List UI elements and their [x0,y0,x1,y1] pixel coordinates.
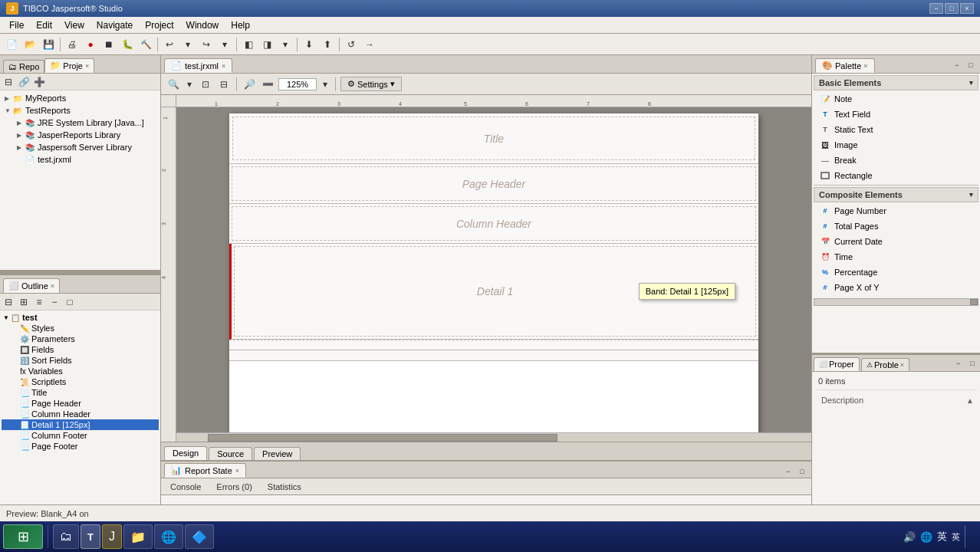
tree-item-testreports[interactable]: ▼ 📂 TestReports [2,104,159,117]
menu-navigate[interactable]: Navigate [90,18,139,32]
outline-item-page-header[interactable]: 📃 Page Header [2,398,159,409]
outline-expand-button[interactable]: ⊞ [17,295,31,309]
palette-item-current-date[interactable]: 📅 Current Date [814,234,978,249]
palette-scrollbar[interactable] [814,298,978,306]
menu-file[interactable]: File [3,18,30,32]
zoom-dropdown-button[interactable]: ▾ [184,77,195,92]
collapse-all-button[interactable]: ⊟ [2,75,15,89]
zoom-input[interactable]: 125% [278,78,317,90]
minimize-button[interactable]: − [929,3,943,14]
tree-item-jasperreports[interactable]: ▶ 📚 JasperReports Library [2,129,159,141]
tab-repo[interactable]: 🗂 Repo [3,60,44,73]
outline-item-column-footer[interactable]: 📃 Column Footer [2,430,159,441]
tree-item-jaspersoft-server[interactable]: ▶ 📚 Jaspersoft Server Library [2,141,159,153]
palette-tab-close[interactable]: × [863,62,867,70]
settings-button[interactable]: ⚙ Settings ▾ [340,77,402,91]
outline-minimize-button[interactable]: − [48,295,61,309]
redo-dropdown[interactable]: ▾ [216,36,233,53]
outline-item-sort-fields[interactable]: 🔢 Sort Fields [2,355,159,366]
tray-sound-icon[interactable]: 🔊 [903,531,916,543]
forward-button[interactable]: → [361,36,378,53]
save-button[interactable]: 💾 [40,36,57,53]
undo-dropdown[interactable]: ▾ [179,36,196,53]
taskbar-btn-jasper[interactable]: T [81,524,100,549]
menu-project[interactable]: Project [139,18,179,32]
palette-item-break[interactable]: — Break [814,153,978,168]
fit-width-button[interactable]: ⊟ [216,77,232,92]
redo-button[interactable]: ↪ [198,36,215,53]
stop-button[interactable]: ⏹ [100,36,117,53]
outline-item-page-footer[interactable]: 📃 Page Footer [2,441,159,452]
build-button[interactable]: 🔨 [137,36,154,53]
outline-collapse-button[interactable]: ⊟ [2,295,15,309]
outline-item-scriptlets[interactable]: 📜 Scriptlets [2,376,159,387]
tab-palette[interactable]: 🎨 Palette × [815,58,875,73]
props-maximize[interactable]: □ [966,357,978,370]
align-left-button[interactable]: ◧ [240,36,257,53]
palette-item-page-number[interactable]: # Page Number [814,203,978,219]
zoom-in-button[interactable]: 🔎 [242,77,257,92]
outline-tab-close[interactable]: × [51,282,54,290]
tab-console[interactable]: Console [167,481,204,493]
tab-close[interactable]: × [222,62,225,70]
palette-item-note[interactable]: 📝 Note [814,91,978,107]
tab-design[interactable]: Design [164,446,207,460]
tab-statistics[interactable]: Statistics [265,481,304,493]
palette-maximize[interactable]: □ [965,59,977,71]
outline-item-detail1[interactable]: 📃 Detail 1 [125px] [2,419,159,430]
outline-item-parameters[interactable]: ⚙️ Parameters [2,334,159,344]
zoom-out-button[interactable]: 🔍 [166,77,181,92]
palette-item-static-text[interactable]: T Static Text [814,122,978,137]
tab-problems[interactable]: ⚠ Proble × [861,358,909,371]
band-detail1[interactable]: Detail 1 Band: Detail 1 [125px] [229,244,758,340]
outline-item-variables[interactable]: fx Variables [2,366,159,376]
start-button[interactable]: ⊞ [3,524,43,549]
close-button[interactable]: × [960,3,974,14]
palette-section-header-composite[interactable]: Composite Elements ▾ [814,187,978,202]
maximize-button[interactable]: □ [945,3,959,14]
tab-project[interactable]: 📁 Proje × [44,58,94,73]
zoom-dropdown2[interactable]: ▾ [320,77,331,92]
outline-item-styles[interactable]: ✏️ Styles [2,323,159,334]
open-button[interactable]: 📂 [21,36,38,53]
tab-preview[interactable]: Preview [254,447,301,460]
props-collapse-icon[interactable]: ▲ [966,396,974,405]
tree-item-jre[interactable]: ▶ 📚 JRE System Library [Java...] [2,117,159,129]
report-state-maximize[interactable]: □ [796,465,808,478]
tab-errors[interactable]: Errors (0) [213,481,255,493]
tree-item-myreports[interactable]: ▶ 📁 MyReports [2,92,159,104]
tab-source[interactable]: Source [209,447,252,460]
palette-minimize[interactable]: − [951,59,963,71]
palette-item-rectangle[interactable]: Rectangle [814,168,978,183]
print-button[interactable]: 🖨 [64,36,81,53]
canvas-scroll[interactable]: Title Page Header Column Hea [176,107,811,432]
taskbar-btn-files[interactable]: 🗂 [53,524,79,549]
align-right-button[interactable]: ◨ [258,36,275,53]
project-new-button[interactable]: ➕ [32,75,46,89]
outline-maximize-button[interactable]: □ [63,295,77,309]
outline-list-button[interactable]: ≡ [32,295,46,309]
menu-view[interactable]: View [58,18,90,32]
new-button[interactable]: 📄 [3,36,20,53]
report-state-tab-close[interactable]: × [235,467,239,475]
palette-item-total-pages[interactable]: # Total Pages [814,219,978,234]
problems-tab-close[interactable]: × [900,361,904,369]
bring-forward-button[interactable]: ⬆ [319,36,336,53]
h-scrollbar[interactable] [176,432,811,442]
tree-item-testjrxml[interactable]: ▶ 📄 test.jrxml [2,153,159,166]
zoom-minus-button[interactable]: ➖ [260,77,275,92]
palette-item-percentage[interactable]: % Percentage [814,264,978,280]
tab-report-state[interactable]: 📊 Report State × [164,463,246,478]
palette-item-page-x-of-y[interactable]: # Page X of Y [814,280,978,295]
outline-item-column-header[interactable]: 📃 Column Header [2,409,159,419]
taskbar-btn-extra[interactable]: 🔷 [185,524,214,549]
tab-testjrxml[interactable]: 📄 test.jrxml × [164,58,232,73]
send-back-button[interactable]: ⬇ [301,36,317,53]
palette-item-time[interactable]: ⏰ Time [814,249,978,264]
palette-section-header-basic[interactable]: Basic Elements ▾ [814,75,978,90]
refresh-button[interactable]: ↺ [343,36,360,53]
tray-ime-icon[interactable]: 英 [937,530,947,544]
menu-edit[interactable]: Edit [30,18,58,32]
menu-window[interactable]: Window [180,18,225,32]
outline-item-fields[interactable]: 🔲 Fields [2,344,159,355]
